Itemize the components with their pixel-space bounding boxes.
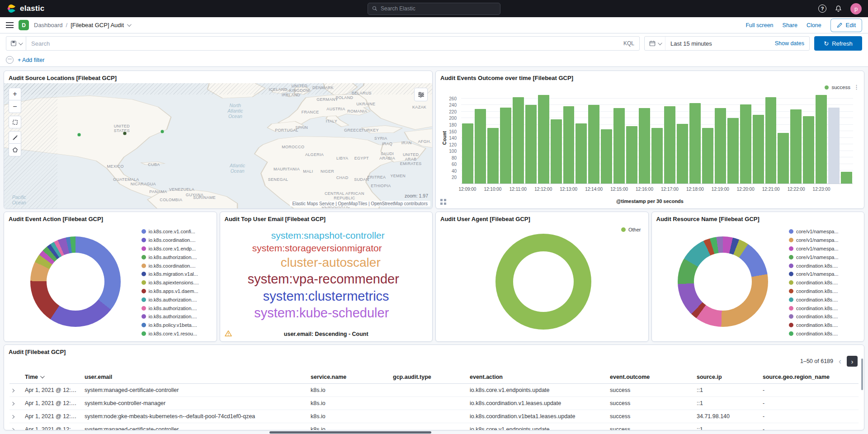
bar[interactable] [753, 115, 764, 184]
legend-item[interactable]: coordination.k8s.... [789, 261, 861, 270]
map-marker[interactable] [123, 131, 127, 135]
zoom-in-button[interactable]: + [9, 88, 21, 100]
bar[interactable] [500, 108, 511, 184]
bar[interactable] [551, 119, 562, 184]
show-dates-button[interactable]: Show dates [770, 40, 809, 47]
refresh-button[interactable]: ↻ Refresh [814, 36, 862, 51]
bar[interactable] [588, 105, 599, 184]
bar[interactable] [740, 104, 751, 184]
bar[interactable] [765, 97, 777, 184]
tagcloud-word[interactable]: system:snapshot-controller [271, 230, 385, 241]
edit-button[interactable]: Edit [830, 19, 862, 32]
panel-title[interactable]: Audit Resource Name [Filebeat GCP] [652, 212, 864, 223]
bar[interactable] [702, 128, 713, 184]
bar[interactable] [563, 106, 575, 184]
help-icon[interactable]: ? [818, 5, 826, 13]
legend-item[interactable]: io.k8s.core.v1.confi... [142, 227, 214, 236]
legend-item[interactable]: io.k8s.coordination.... [142, 261, 214, 270]
legend-item[interactable]: core/v1/namespa... [789, 227, 861, 236]
chevron-down-icon[interactable] [127, 22, 132, 27]
saved-query-button[interactable] [6, 37, 26, 50]
elastic-brand[interactable]: elastic [6, 4, 44, 14]
legend-item[interactable]: coordination.k8s.... [789, 321, 861, 330]
legend-item[interactable]: io.k8s.migration.v1al... [142, 270, 214, 278]
panel-title[interactable]: Audit Top User Email [Filebeat GCP] [220, 212, 433, 223]
kql-switch[interactable]: KQL [618, 40, 639, 47]
legend-item[interactable]: io.k8s.coordination.... [142, 236, 214, 245]
legend-item[interactable]: coordination.k8s.... [789, 304, 861, 312]
legend-item[interactable]: coordination.k8s.... [789, 295, 861, 304]
bar[interactable] [613, 108, 625, 184]
legend-item[interactable]: core/v1/namespa... [789, 253, 861, 261]
legend-options-icon[interactable]: ⋮ [854, 84, 859, 90]
legend-item[interactable]: core/v1/namespa... [789, 245, 861, 253]
bar[interactable] [601, 129, 612, 184]
legend-item[interactable]: core/v1/namespa... [789, 270, 861, 278]
prev-page-button[interactable]: ‹ [839, 357, 841, 366]
global-search-input[interactable] [381, 5, 496, 12]
column-header[interactable]: source.ip [697, 374, 763, 380]
time-range-value[interactable]: Last 15 minutes [665, 40, 770, 47]
panel-title[interactable]: Audit User Agent [Filebeat GCP] [436, 212, 648, 223]
panel-title[interactable]: Audit Source Locations [Filebeat GCP] [4, 71, 432, 82]
breadcrumb-dashboard[interactable]: Dashboard [34, 22, 63, 28]
panel-title[interactable]: Audit [Filebeat GCP] [4, 345, 864, 356]
bar[interactable] [626, 126, 637, 184]
warning-icon[interactable] [225, 330, 232, 337]
user-agent-donut[interactable] [495, 234, 591, 330]
column-header[interactable]: service.name [311, 374, 393, 380]
bar[interactable] [475, 109, 486, 184]
vertical-scrollbar-thumb[interactable] [861, 359, 863, 390]
row-expand-button[interactable] [9, 426, 25, 430]
legend-item[interactable]: core/v1/namespa... [789, 236, 861, 245]
inspect-grid-icon[interactable] [440, 199, 446, 205]
legend-item[interactable]: io.k8s.apiextensions.... [142, 278, 214, 287]
horizontal-scrollbar-thumb[interactable] [269, 431, 431, 434]
bar[interactable] [525, 105, 537, 184]
full-screen-button[interactable]: Full screen [745, 22, 773, 28]
bar[interactable] [513, 97, 524, 184]
bar[interactable] [841, 172, 852, 184]
bar[interactable] [803, 116, 814, 184]
bar[interactable] [828, 108, 840, 184]
column-header[interactable]: gcp.audit.type [393, 374, 470, 380]
bar[interactable] [816, 95, 827, 184]
legend-item[interactable]: coordination.k8s.... [789, 278, 861, 287]
space-badge[interactable]: D [19, 20, 29, 30]
user-avatar[interactable]: p [850, 3, 862, 14]
legend-item[interactable]: io.k8s.authorization.... [142, 295, 214, 304]
map-canvas[interactable]: ICELANDUNITED KINGDOMDENMARKIRELANDBELAR… [4, 83, 432, 208]
notifications-bell-icon[interactable] [835, 5, 842, 13]
bar[interactable] [664, 106, 675, 184]
legend-item[interactable]: io.k8s.core.v1.resou... [142, 330, 214, 338]
draw-shape-button[interactable] [9, 144, 21, 156]
clone-button[interactable]: Clone [807, 22, 821, 28]
panel-title[interactable]: Audit Event Action [Filebeat GCP] [4, 212, 217, 223]
legend-item[interactable]: io.k8s.authorization.... [142, 312, 214, 321]
map-attribution[interactable]: Elastic Maps Service | OpenMapTiles | Op… [290, 201, 430, 207]
menu-hamburger-icon[interactable] [6, 22, 14, 28]
row-expand-button[interactable] [9, 387, 25, 393]
tagcloud-word[interactable]: system:storageversionmigrator [252, 243, 382, 254]
next-page-button[interactable]: › [847, 356, 858, 367]
tagcloud-word[interactable]: system:kube-scheduler [254, 306, 389, 321]
bar[interactable] [727, 118, 739, 184]
kql-search-input[interactable] [26, 40, 618, 47]
column-header[interactable]: Time [25, 374, 85, 380]
bar[interactable] [487, 128, 499, 184]
legend-item[interactable]: io.k8s.authorization.... [142, 253, 214, 261]
legend-item[interactable]: io.k8s.core.v1.endp... [142, 245, 214, 253]
set-extent-button[interactable] [9, 116, 21, 128]
legend-item[interactable]: io.k8s.authorization.... [142, 304, 214, 312]
column-header[interactable]: source.geo.region_name [763, 374, 859, 380]
bar[interactable] [462, 123, 473, 184]
legend-item[interactable]: coordination.k8s.... [789, 287, 861, 296]
bar[interactable] [639, 108, 650, 184]
resource-name-donut[interactable] [678, 236, 768, 327]
map-marker[interactable] [77, 132, 81, 137]
column-header[interactable]: user.email [85, 374, 311, 380]
bar[interactable] [689, 103, 701, 184]
add-filter-button[interactable]: + Add filter [18, 57, 44, 63]
legend-item[interactable]: io.k8s.apps.v1.daem... [142, 287, 214, 296]
zoom-out-button[interactable]: − [9, 100, 21, 113]
